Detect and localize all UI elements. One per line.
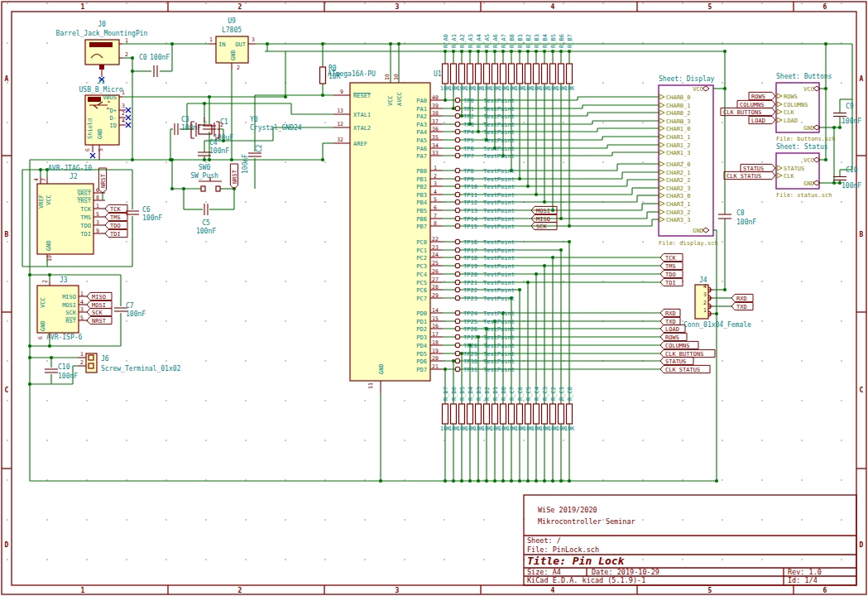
- pin-num[interactable]: 4: [122, 118, 125, 124]
- pin-num[interactable]: 1: [203, 117, 206, 123]
- value-C7[interactable]: 100nF: [126, 310, 146, 318]
- testpoint-value[interactable]: TestPoint: [483, 113, 515, 120]
- component-R_B0[interactable]: [509, 64, 515, 84]
- pin-name[interactable]: AREF: [353, 141, 367, 147]
- testpoint-pad[interactable]: [455, 184, 460, 189]
- frame-row-label[interactable]: D: [860, 541, 864, 549]
- sheet-buttons-file[interactable]: File: buttons.sch: [776, 136, 836, 142]
- sheet-pin[interactable]: LOAD: [784, 118, 798, 124]
- pin-name[interactable]: VCC: [46, 195, 52, 205]
- component-R_D2[interactable]: [484, 404, 490, 424]
- ref-resistor[interactable]: R_D1: [492, 387, 499, 401]
- value-C8[interactable]: 100nF: [736, 219, 756, 226]
- component-R_C1[interactable]: [559, 404, 564, 424]
- pin-num[interactable]: 6: [37, 336, 44, 339]
- pin-num[interactable]: 28: [432, 284, 439, 291]
- pin-num[interactable]: 26: [432, 268, 439, 275]
- testpoint-pad[interactable]: [455, 129, 460, 134]
- hier-label-NRST-text[interactable]: NRST: [100, 173, 107, 188]
- hier-label-pd-text[interactable]: COLUMNS: [665, 343, 690, 349]
- testpoint-ref[interactable]: TP24: [463, 310, 477, 317]
- sheet-pin[interactable]: CLK: [784, 109, 794, 116]
- testpoint-ref[interactable]: TP15: [463, 223, 477, 230]
- testpoint-pad[interactable]: [455, 239, 460, 244]
- ref-C10b[interactable]: C10: [58, 363, 70, 371]
- pin-num[interactable]: 2: [80, 359, 84, 366]
- hier-label-buttons[interactable]: COLUMNS: [737, 100, 775, 108]
- pin-num[interactable]: 25: [432, 260, 439, 267]
- pin-name[interactable]: PD2: [416, 326, 427, 333]
- frame-col-label[interactable]: 5: [708, 587, 712, 594]
- ref-resistor[interactable]: R_D2: [484, 387, 491, 401]
- testpoint-value[interactable]: TestPoint: [483, 137, 515, 144]
- hier-label[interactable]: MOSI: [87, 300, 112, 308]
- value-C9[interactable]: 100nF: [842, 118, 861, 125]
- component-R_C5[interactable]: [525, 404, 531, 424]
- hier-label-pd[interactable]: CLK_STATUS: [660, 365, 710, 372]
- component-R_D0[interactable]: [501, 404, 506, 424]
- component-R_A3[interactable]: [468, 64, 473, 84]
- hier-label-jtag[interactable]: TDI: [660, 278, 683, 286]
- hier-label-pd-text[interactable]: STATUS: [665, 358, 686, 365]
- frame-col-label[interactable]: 5: [708, 3, 712, 11]
- frame-row-label[interactable]: C: [860, 387, 864, 394]
- value-Y0[interactable]: Crystal_GND24: [250, 124, 302, 132]
- testpoint-pad[interactable]: [455, 255, 460, 260]
- pin-name[interactable]: GND: [40, 320, 46, 331]
- testpoint-pad[interactable]: [455, 98, 460, 103]
- testpoint-pad[interactable]: [455, 168, 460, 173]
- pin-num[interactable]: 10: [46, 255, 53, 262]
- testpoint-ref[interactable]: TP17: [463, 248, 477, 254]
- hier-label-pd-text[interactable]: LOAD: [665, 326, 679, 333]
- component-R_D4[interactable]: [468, 404, 473, 424]
- pin-num[interactable]: 1: [703, 307, 707, 314]
- pin-name[interactable]: D+: [110, 108, 117, 114]
- pin-name[interactable]: TDI: [80, 231, 91, 238]
- ref-resistor[interactable]: R_B6: [559, 34, 565, 48]
- testpoint-ref[interactable]: TP23: [463, 296, 477, 302]
- pin-num[interactable]: 2: [220, 122, 223, 128]
- pin-name[interactable]: PC3: [416, 263, 427, 270]
- testpoint-value[interactable]: TestPoint: [483, 216, 515, 223]
- titleblock-org2[interactable]: Mikrocontroller Seminar: [538, 517, 635, 526]
- hier-label-pd[interactable]: TXD: [660, 317, 680, 324]
- hier-label-pd-text[interactable]: CLK_BUTTONS: [665, 351, 703, 358]
- testpoint-value[interactable]: TestPoint: [483, 343, 515, 349]
- sheet-buttons-name[interactable]: Sheet: Buttons: [776, 73, 832, 80]
- pin-num[interactable]: 5: [80, 315, 84, 321]
- pin-num[interactable]: 37: [432, 118, 439, 125]
- testpoint-value[interactable]: TestPoint: [483, 248, 515, 254]
- ref-C3[interactable]: C3: [181, 116, 189, 123]
- ref-resistor[interactable]: R_A3: [468, 34, 474, 48]
- hier-label-text[interactable]: NRST: [92, 318, 107, 324]
- sheet-display-file[interactable]: File: display.sch: [659, 240, 718, 247]
- titleblock-size[interactable]: Size: A4: [527, 568, 561, 576]
- hier-label-jtag[interactable]: TCK: [660, 253, 683, 261]
- sheet-pin[interactable]: CHAR1_2: [666, 142, 691, 149]
- component-R_A1[interactable]: [451, 64, 457, 84]
- pin-num[interactable]: 10: [384, 74, 391, 80]
- pin-name[interactable]: VBUS: [103, 94, 117, 101]
- testpoint-pad[interactable]: [455, 192, 460, 197]
- testpoint-ref[interactable]: TP0: [463, 98, 474, 104]
- pin-num[interactable]: 7: [434, 213, 437, 219]
- pin-num[interactable]: 33: [432, 150, 439, 156]
- frame-col-label[interactable]: 6: [823, 587, 827, 594]
- testpoint-value[interactable]: TestPoint: [483, 358, 515, 365]
- testpoint-value[interactable]: TestPoint: [483, 351, 515, 358]
- component-R_C4[interactable]: [534, 404, 540, 424]
- testpoint-value[interactable]: TestPoint: [483, 153, 515, 160]
- component-R_C3[interactable]: [542, 404, 548, 424]
- component-R_D6[interactable]: [451, 404, 457, 424]
- ref-resistor[interactable]: R_C7: [509, 387, 516, 401]
- ref-J0[interactable]: J0: [98, 21, 106, 28]
- ref-J6[interactable]: J6: [101, 355, 109, 363]
- testpoint-pad[interactable]: [455, 137, 460, 142]
- pin-name[interactable]: PA6: [416, 146, 427, 152]
- hier-label-spi-text[interactable]: SCK: [536, 223, 547, 230]
- ref-resistor[interactable]: R_A0: [443, 34, 449, 48]
- pin-num[interactable]: 20: [432, 355, 439, 362]
- pin-name[interactable]: PD7: [416, 367, 427, 373]
- sheet-display-name[interactable]: Sheet: Display: [659, 75, 715, 83]
- ref-resistor[interactable]: R_B4: [542, 34, 549, 48]
